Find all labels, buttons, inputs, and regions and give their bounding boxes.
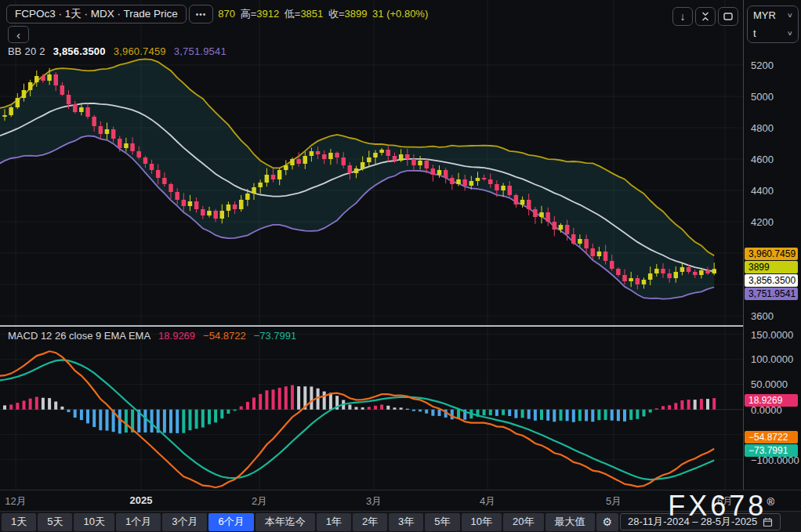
time-axis-label: 4月: [480, 494, 495, 508]
bollinger-bands: [0, 59, 714, 299]
price-axis-tick: 3600: [751, 310, 774, 322]
price-axis-tick: 4400: [751, 185, 774, 197]
bb-basis-value: 3,856.3500: [53, 45, 106, 57]
down-arrow-icon: ↓: [680, 10, 686, 23]
range-button-2年[interactable]: 2年: [353, 513, 387, 531]
low-label: 低=: [285, 8, 301, 20]
collapse-panes-button[interactable]: [695, 7, 716, 26]
symbol-title-box[interactable]: FCPOc3 · 1天 · MDX · Trade Price: [6, 5, 187, 24]
macd-legend[interactable]: MACD 12 26 close 9 EMA EMA 18.9269 −54.8…: [8, 330, 296, 342]
range-button-6个月[interactable]: 6个月: [208, 513, 253, 531]
date-range-picker[interactable]: 28-11月-2024 – 28-5月-2025: [620, 513, 781, 530]
calendar-icon: [763, 517, 773, 527]
price-axis-tick: 5200: [751, 60, 774, 71]
unit-dropdown[interactable]: t ∨: [748, 24, 798, 42]
back-row: ‹: [8, 26, 29, 43]
unit-value: t: [753, 27, 756, 39]
range-button-1年[interactable]: 1年: [317, 513, 351, 531]
symbol-legend-row: FCPOc3 · 1天 · MDX · Trade Price ••• 870 …: [6, 5, 430, 24]
time-axis-label: 6月: [717, 494, 733, 508]
more-options-button[interactable]: •••: [189, 5, 214, 24]
bb-lower-value: 3,751.9541: [174, 45, 227, 57]
bottom-toolbar: 1天5天10天1个月3个月6个月本年迄今1年2年3年5年10年20年最大值⚙ 2…: [0, 511, 801, 532]
symbol-title: FCPOc3 · 1天 · MDX · Trade Price: [15, 7, 178, 21]
bollinger-legend[interactable]: BB 20 2 3,856.3500 3,960.7459 3,751.9541: [8, 45, 227, 57]
price-axis-tick: 4600: [751, 154, 774, 165]
price-scale-panel[interactable]: MYR ∨ t ∨ 52005000480046004400420036003,…: [743, 0, 801, 490]
range-button-1个月[interactable]: 1个月: [116, 513, 161, 531]
macd-histogram-tag: 18.9269: [745, 394, 798, 407]
range-button-10天[interactable]: 10天: [74, 513, 114, 531]
macd-axis-tick: 50.0000: [751, 378, 788, 390]
change-value: 31 (+0.80%): [372, 8, 428, 20]
chart-top-buttons: ↓: [672, 7, 738, 26]
collapse-panes-icon: [700, 11, 711, 22]
back-button[interactable]: ‹: [8, 26, 29, 43]
last-price-tag: 3899: [745, 261, 798, 273]
chart-settings-button[interactable]: ⚙: [596, 513, 619, 531]
low-value: 3851: [300, 8, 323, 20]
price-axis-tick: 4200: [751, 216, 774, 228]
close-label: 收=: [328, 8, 345, 20]
range-button-5天[interactable]: 5天: [38, 513, 72, 531]
range-button-5年[interactable]: 5年: [425, 513, 459, 531]
chevron-down-icon: ∨: [787, 12, 793, 19]
macd-signal-value: −73.7991: [254, 330, 297, 342]
more-options-icon: •••: [196, 10, 207, 19]
macd-title: MACD 12 26 close 9 EMA EMA: [8, 330, 150, 342]
macd-histogram-value: 18.9269: [158, 330, 195, 342]
macd-line-tag: −54.8722: [745, 431, 798, 443]
fullscreen-icon: [723, 11, 734, 22]
close-value: 3899: [345, 8, 368, 20]
high-value: 3912: [256, 8, 279, 20]
chevron-down-icon: ∨: [787, 30, 793, 37]
macd-chart-canvas[interactable]: [0, 327, 743, 490]
time-axis[interactable]: 12月20252月3月4月5月6月: [0, 490, 801, 511]
time-axis-label: 2025: [130, 494, 153, 506]
currency-value: MYR: [753, 9, 776, 21]
macd-signal-tag: −73.7991: [745, 444, 798, 457]
bb-title: BB 20 2: [8, 45, 45, 57]
price-axis-tick: 4800: [751, 122, 774, 134]
time-axis-label: 12月: [5, 494, 26, 508]
fullscreen-button[interactable]: [718, 7, 738, 26]
range-button-20年[interactable]: 20年: [503, 513, 543, 531]
high-label: 高=: [241, 8, 257, 20]
currency-dropdown[interactable]: MYR ∨: [748, 6, 798, 24]
bb-basis-price-tag: 3,856.3500: [745, 274, 798, 287]
macd-line-value: −54.8722: [203, 330, 246, 342]
macd-axis-tick: 100.0000: [751, 353, 793, 365]
range-button-1天[interactable]: 1天: [2, 513, 36, 531]
chart-area[interactable]: FCPOc3 · 1天 · MDX · Trade Price ••• 870 …: [0, 0, 743, 490]
bb-upper-value: 3,960.7459: [114, 45, 166, 57]
range-button-本年迄今[interactable]: 本年迄今: [256, 513, 315, 531]
chevron-left-icon: ‹: [16, 28, 20, 42]
macd-axis-tick: 150.0000: [751, 329, 793, 341]
price-axis-tick: 5000: [751, 91, 774, 103]
ohlc-readout: 870 高=3912 低=3851 收=3899 31 (+0.80%): [218, 7, 430, 21]
time-axis-label: 5月: [606, 494, 622, 508]
scale-settings-box: MYR ∨ t ∨: [747, 5, 799, 43]
date-range-text: 28-11月-2024 – 28-5月-2025: [628, 515, 757, 529]
bb-upper-price-tag: 3,960.7459: [745, 248, 798, 260]
range-button-3个月[interactable]: 3个月: [162, 513, 207, 531]
bb-lower-price-tag: 3,751.9541: [745, 288, 798, 300]
scroll-down-button[interactable]: ↓: [672, 7, 693, 26]
time-axis-label: 3月: [366, 494, 382, 508]
time-axis-label: 2月: [252, 494, 267, 508]
open-value-partial: 870: [218, 8, 235, 20]
pane-divider-handle[interactable]: [0, 325, 743, 327]
macd-grid: [0, 327, 743, 490]
range-button-3年[interactable]: 3年: [389, 513, 423, 531]
range-button-最大值[interactable]: 最大值: [545, 513, 595, 531]
range-button-10年[interactable]: 10年: [462, 513, 502, 531]
